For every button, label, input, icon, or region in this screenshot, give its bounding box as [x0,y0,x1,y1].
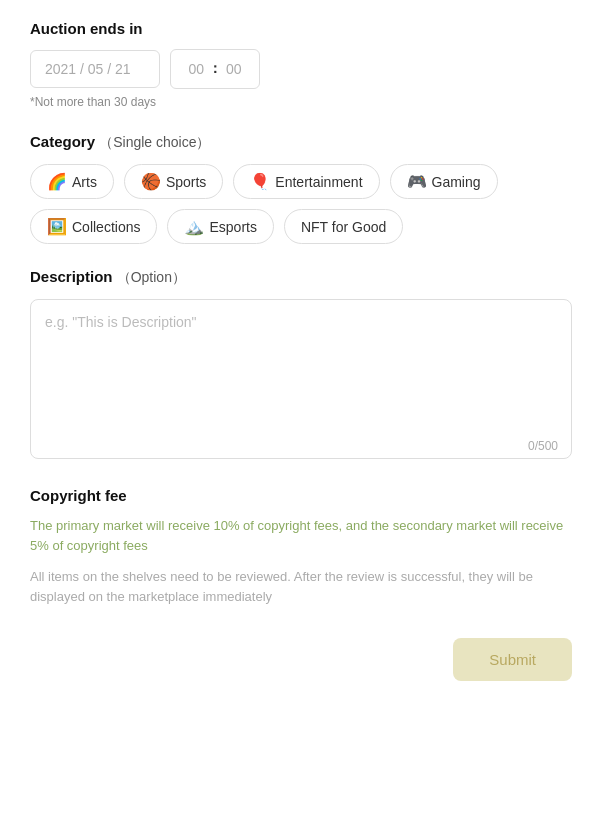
date-placeholder: 2021 / 05 / 21 [45,61,131,77]
chip-collections[interactable]: 🖼️ Collections [30,209,157,244]
description-label: Description （Option） [30,268,572,287]
sports-icon: 🏀 [141,172,161,191]
copyright-secondary-text: All items on the shelves need to be revi… [30,567,572,606]
auction-label: Auction ends in [30,20,572,37]
auction-section: Auction ends in 2021 / 05 / 21 00 ： 00 *… [30,20,572,109]
time-separator: ： [208,60,222,78]
chip-gaming-label: Gaming [432,174,481,190]
copyright-primary-text: The primary market will receive 10% of c… [30,516,572,555]
char-count: 0/500 [528,439,558,453]
collections-icon: 🖼️ [47,217,67,236]
category-label: Category （Single choice） [30,133,572,152]
entertainment-icon: 🎈 [250,172,270,191]
minute-placeholder: 00 [226,61,242,77]
esports-icon: 🏔️ [184,217,204,236]
auction-hint: *Not more than 30 days [30,95,572,109]
chip-collections-label: Collections [72,219,140,235]
hour-placeholder: 00 [188,61,204,77]
category-chips: 🌈 Arts 🏀 Sports 🎈 Entertainment 🎮 Gaming… [30,164,572,244]
submit-row: Submit [30,638,572,681]
copyright-label: Copyright fee [30,487,572,504]
description-textarea[interactable] [30,299,572,459]
chip-sports[interactable]: 🏀 Sports [124,164,223,199]
time-input[interactable]: 00 ： 00 [170,49,260,89]
chip-nftforgood[interactable]: NFT for Good [284,209,403,244]
arts-icon: 🌈 [47,172,67,191]
submit-button[interactable]: Submit [453,638,572,681]
chip-esports[interactable]: 🏔️ Esports [167,209,273,244]
auction-fields: 2021 / 05 / 21 00 ： 00 [30,49,572,89]
date-input[interactable]: 2021 / 05 / 21 [30,50,160,88]
chip-esports-label: Esports [209,219,256,235]
chip-entertainment-label: Entertainment [275,174,362,190]
chip-arts-label: Arts [72,174,97,190]
chip-entertainment[interactable]: 🎈 Entertainment [233,164,379,199]
description-wrapper: 0/500 [30,299,572,463]
gaming-icon: 🎮 [407,172,427,191]
chip-sports-label: Sports [166,174,206,190]
description-section: Description （Option） 0/500 [30,268,572,463]
copyright-section: Copyright fee The primary market will re… [30,487,572,606]
chip-gaming[interactable]: 🎮 Gaming [390,164,498,199]
chip-nftforgood-label: NFT for Good [301,219,386,235]
chip-arts[interactable]: 🌈 Arts [30,164,114,199]
category-section: Category （Single choice） 🌈 Arts 🏀 Sports… [30,133,572,244]
